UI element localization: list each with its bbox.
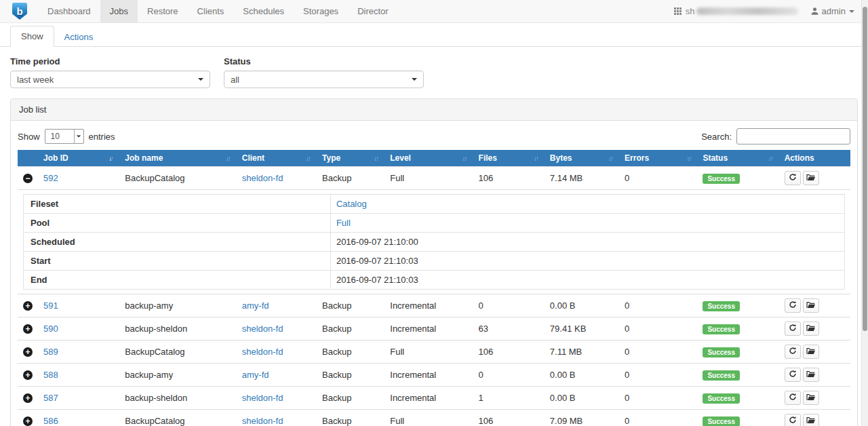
column-header-job-id[interactable]: Job ID↓↑ — [38, 150, 119, 167]
job-id-link[interactable]: 591 — [43, 301, 58, 311]
sort-icon[interactable]: ↓↑ — [768, 155, 774, 162]
folder-icon — [806, 416, 815, 426]
client-link[interactable]: sheldon-fd — [242, 324, 283, 334]
sort-icon[interactable]: ↓↑ — [374, 155, 379, 162]
expand-row-button[interactable]: + — [23, 324, 33, 334]
time-period-label: Time period — [10, 56, 210, 66]
apps-grid-icon — [674, 7, 682, 15]
list-files-button[interactable] — [803, 368, 819, 382]
expand-row-button[interactable]: + — [23, 417, 33, 426]
panel-body: Show 10 entries Search: Job ID↓↑Job name… — [11, 121, 857, 426]
client-link[interactable]: sheldon-fd — [242, 393, 283, 403]
detail-value-link[interactable]: Catalog — [336, 199, 367, 209]
restart-job-button[interactable] — [785, 322, 801, 336]
sort-icon[interactable]: ↓↑ — [306, 155, 311, 162]
job-id-link[interactable]: 592 — [43, 173, 58, 183]
job-name-cell: BackupCatalog — [119, 410, 236, 426]
status-select[interactable]: all — [224, 71, 424, 88]
column-header-job-name[interactable]: Job name↓↑ — [119, 150, 236, 167]
column-header-client[interactable]: Client↓↑ — [237, 150, 317, 167]
page-size-value: 10 — [51, 132, 60, 141]
restart-icon — [789, 370, 797, 380]
time-period-select[interactable]: last week — [10, 71, 210, 88]
errors-cell: 0 — [619, 317, 697, 341]
tab-bar: Show Actions — [0, 23, 868, 47]
list-files-button[interactable] — [803, 322, 819, 336]
sort-icon[interactable]: ↓↑ — [608, 155, 614, 162]
job-id-link[interactable]: 587 — [43, 393, 58, 403]
client-link[interactable]: sheldon-fd — [242, 173, 283, 183]
expand-row-button[interactable]: + — [23, 393, 33, 403]
user-icon — [810, 7, 819, 16]
restart-icon — [789, 347, 797, 357]
client-link[interactable]: sheldon-fd — [242, 347, 283, 357]
column-header-type[interactable]: Type↓↑ — [317, 150, 384, 167]
files-cell: 63 — [473, 317, 545, 341]
restart-job-button[interactable] — [785, 414, 801, 426]
folder-icon — [806, 324, 815, 334]
sort-icon[interactable]: ↓↑ — [686, 155, 692, 162]
sort-icon[interactable]: ↓↑ — [462, 155, 468, 162]
nav-item-dashboard[interactable]: Dashboard — [38, 0, 100, 22]
user-menu[interactable]: admin — [810, 6, 854, 16]
expand-row-button[interactable]: + — [23, 301, 33, 311]
expand-row-button[interactable]: + — [23, 347, 33, 357]
nav-item-jobs[interactable]: Jobs — [100, 0, 138, 22]
files-cell: 0 — [473, 364, 545, 387]
type-cell: Backup — [317, 364, 384, 387]
list-files-button[interactable] — [803, 171, 819, 185]
bytes-cell: 7.09 MB — [545, 410, 619, 426]
folder-icon — [806, 370, 815, 380]
job-id-link[interactable]: 589 — [43, 347, 58, 357]
nav-item-restore[interactable]: Restore — [138, 0, 188, 22]
job-name-cell: BackupCatalog — [119, 341, 236, 364]
column-header-level[interactable]: Level↓↑ — [384, 150, 473, 167]
panel-title: Job list — [11, 99, 857, 121]
job-id-link[interactable]: 586 — [43, 416, 58, 426]
restart-job-button[interactable] — [785, 171, 801, 185]
table-row: + 588 backup-amy amy-fd Backup Increment… — [18, 364, 850, 387]
chevron-down-icon — [74, 130, 83, 143]
expand-row-button[interactable]: + — [23, 370, 33, 380]
type-cell: Backup — [317, 294, 384, 317]
list-files-button[interactable] — [803, 298, 819, 313]
detail-value-link[interactable]: Full — [336, 218, 351, 228]
job-id-link[interactable]: 590 — [43, 324, 58, 334]
scrollbar-track[interactable] — [861, 0, 868, 426]
hostname-text: sh — [686, 6, 695, 16]
column-header-files[interactable]: Files↓↑ — [473, 150, 545, 167]
restart-job-button[interactable] — [785, 368, 801, 382]
baculum-logo-icon: b — [12, 3, 27, 20]
nav-item-storages[interactable]: Storages — [294, 0, 348, 22]
page-size-select[interactable]: 10 — [45, 129, 84, 144]
sort-icon[interactable]: ↓↑ — [108, 155, 114, 162]
list-files-button[interactable] — [803, 345, 819, 359]
restart-job-button[interactable] — [785, 391, 801, 405]
detail-row: End 2016-09-07 21:10:03 — [24, 271, 845, 290]
job-id-link[interactable]: 588 — [43, 370, 58, 380]
list-files-button[interactable] — [803, 414, 819, 426]
restart-job-button[interactable] — [785, 298, 801, 313]
scrollbar-thumb[interactable] — [863, 7, 867, 331]
column-header-status[interactable]: Status↓↑ — [697, 150, 778, 167]
restart-job-button[interactable] — [785, 345, 801, 359]
column-header-bytes[interactable]: Bytes↓↑ — [545, 150, 619, 167]
client-link[interactable]: amy-fd — [242, 301, 269, 311]
tab-actions[interactable]: Actions — [54, 27, 104, 47]
column-header-errors[interactable]: Errors↓↑ — [619, 150, 697, 167]
collapse-row-button[interactable]: − — [23, 174, 33, 183]
nav-item-schedules[interactable]: Schedules — [233, 0, 294, 22]
sort-icon[interactable]: ↓↑ — [226, 155, 231, 162]
search-input[interactable] — [736, 128, 850, 144]
client-link[interactable]: sheldon-fd — [242, 416, 283, 426]
client-link[interactable]: amy-fd — [242, 370, 269, 380]
job-name-cell: backup-amy — [119, 294, 236, 317]
nav-item-director[interactable]: Director — [348, 0, 398, 22]
sort-icon[interactable]: ↓↑ — [534, 155, 539, 162]
job-name-cell: BackupCatalog — [119, 167, 236, 190]
brand-logo[interactable]: b — [0, 0, 38, 22]
list-files-button[interactable] — [803, 391, 819, 405]
nav-item-clients[interactable]: Clients — [188, 0, 234, 22]
expand-column-header — [18, 150, 38, 167]
tab-show[interactable]: Show — [10, 26, 54, 47]
